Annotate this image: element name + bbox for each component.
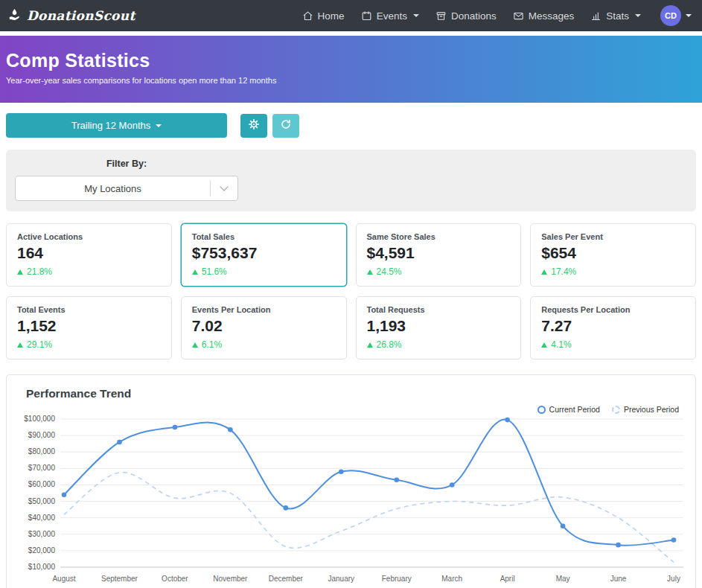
stat-value: $4,591 [367, 244, 511, 262]
svg-text:February: February [382, 575, 412, 583]
svg-text:December: December [269, 575, 304, 583]
stat-label: Sales Per Event [541, 232, 685, 241]
stat-card-total-events[interactable]: Total Events 1,152 29.1% [6, 296, 172, 359]
page-header: Comp Statistics Year-over-year sales com… [0, 36, 702, 103]
stat-change-value: 21.8% [27, 266, 52, 277]
filter-label: Filter By: [15, 159, 238, 169]
stat-card-sales-per-event[interactable]: Sales Per Event $654 17.4% [530, 223, 696, 287]
period-dropdown-button[interactable]: Trailing 12 Months [6, 113, 227, 138]
page: DonationScout Home Events Donations [0, 0, 702, 588]
svg-text:$40,000: $40,000 [28, 514, 56, 522]
chevron-down-icon [156, 124, 162, 127]
up-arrow-icon [192, 342, 198, 348]
nav-item-messages[interactable]: Messages [513, 10, 575, 22]
up-arrow-icon [192, 269, 198, 275]
avatar: CD [660, 5, 681, 26]
stat-change-value: 29.1% [27, 339, 52, 350]
calendar-icon [361, 10, 372, 22]
nav-item-home[interactable]: Home [302, 10, 345, 22]
filter-panel: Filter By: My Locations [6, 150, 696, 211]
stat-value: 7.02 [192, 317, 336, 335]
nav-label-events: Events [377, 10, 407, 22]
locations-select-value: My Locations [16, 183, 210, 194]
legend-item-previous[interactable]: Previous Period [612, 405, 679, 414]
brand-link[interactable]: DonationScout [7, 7, 135, 25]
nav-links: Home Events Donations Messages [302, 5, 692, 26]
stat-change: 17.4% [541, 266, 685, 277]
stats-grid: Active Locations 164 21.8% Total Sales $… [6, 223, 696, 359]
svg-text:October: October [162, 575, 188, 583]
legend-previous-label: Previous Period [624, 405, 679, 414]
stat-change-value: 26.8% [377, 339, 402, 350]
locations-select[interactable]: My Locations [15, 176, 238, 201]
svg-text:$10,000: $10,000 [28, 563, 56, 571]
settings-button[interactable] [240, 114, 267, 138]
stat-label: Same Store Sales [367, 232, 511, 241]
performance-trend-card: Performance Trend Current Period Previou… [6, 374, 696, 588]
brand-name: DonationScout [27, 8, 135, 23]
svg-text:January: January [328, 575, 354, 583]
nav-label-messages: Messages [529, 10, 575, 22]
stat-card-events-per-location[interactable]: Events Per Location 7.02 6.1% [181, 296, 347, 359]
stat-value: $654 [541, 244, 685, 262]
svg-text:$60,000: $60,000 [28, 480, 56, 488]
bar-chart-icon [590, 10, 602, 22]
chart-legend: Current Period Previous Period [7, 405, 695, 414]
svg-text:$100,000: $100,000 [24, 415, 55, 423]
hand-with-drop-icon [7, 7, 22, 25]
stat-label: Requests Per Location [541, 305, 685, 314]
nav-item-events[interactable]: Events [361, 10, 419, 22]
stat-change: 26.8% [367, 339, 511, 350]
nav-label-stats: Stats [606, 10, 629, 22]
stat-value: 7.27 [541, 317, 685, 335]
stat-change: 24.5% [367, 266, 511, 277]
stat-label: Active Locations [17, 232, 161, 241]
svg-text:$90,000: $90,000 [28, 431, 56, 439]
user-menu[interactable]: CD [660, 5, 692, 26]
stat-card-same-store-sales[interactable]: Same Store Sales $4,591 24.5% [356, 223, 522, 287]
legend-item-current[interactable]: Current Period [537, 405, 600, 414]
svg-text:$50,000: $50,000 [28, 497, 56, 505]
stat-label: Total Sales [192, 232, 336, 241]
chart-title: Performance Trend [26, 387, 695, 400]
nav-label-donations: Donations [451, 10, 497, 22]
svg-text:July: July [667, 575, 680, 583]
stat-change-value: 6.1% [202, 339, 222, 350]
svg-text:$30,000: $30,000 [28, 530, 56, 538]
chart-area: $100,000$90,000$80,000$70,000$60,000$50,… [7, 414, 695, 587]
stat-value: 1,152 [17, 317, 161, 335]
nav-item-stats[interactable]: Stats [590, 10, 641, 22]
stat-change: 51.6% [192, 266, 336, 277]
up-arrow-icon [367, 342, 373, 348]
svg-text:$70,000: $70,000 [28, 464, 56, 472]
stat-value: 1,193 [367, 317, 511, 335]
up-arrow-icon [367, 269, 373, 275]
stat-card-total-sales[interactable]: Total Sales $753,637 51.6% [181, 223, 347, 287]
stat-change: 21.8% [17, 266, 161, 277]
stat-label: Events Per Location [192, 305, 336, 314]
stat-change-value: 4.1% [551, 339, 571, 350]
stat-value: $753,637 [192, 244, 336, 262]
up-arrow-icon [541, 269, 547, 275]
stat-change-value: 51.6% [202, 266, 227, 277]
legend-current-label: Current Period [549, 405, 600, 414]
legend-previous-swatch [612, 406, 620, 414]
svg-text:April: April [500, 575, 515, 583]
chevron-down-icon [635, 14, 641, 17]
nav-item-donations[interactable]: Donations [435, 10, 497, 22]
chevron-down-icon [413, 14, 419, 17]
refresh-button[interactable] [272, 114, 299, 138]
legend-current-swatch [537, 406, 546, 414]
navbar: DonationScout Home Events Donations [0, 0, 702, 31]
stat-card-active-locations[interactable]: Active Locations 164 21.8% [6, 223, 172, 287]
svg-text:November: November [213, 575, 248, 583]
chevron-down-icon [686, 14, 692, 17]
chevron-down-icon [211, 187, 237, 190]
stat-card-total-requests[interactable]: Total Requests 1,193 26.8% [356, 296, 522, 359]
up-arrow-icon [17, 342, 23, 348]
svg-text:$80,000: $80,000 [28, 447, 56, 456]
home-icon [302, 10, 313, 22]
stat-card-requests-per-location[interactable]: Requests Per Location 7.27 4.1% [530, 296, 696, 359]
box-icon [435, 10, 447, 22]
stat-change: 29.1% [17, 339, 161, 350]
